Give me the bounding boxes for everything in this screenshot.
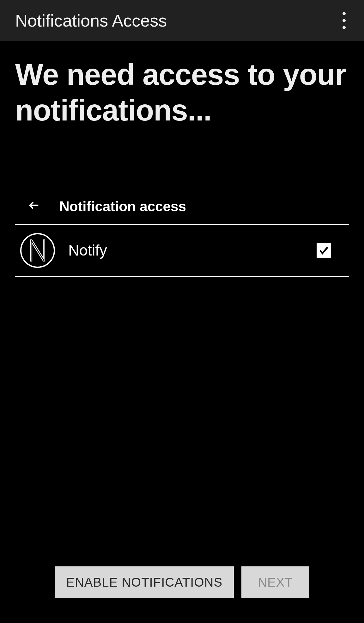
notify-checkbox [317,243,331,258]
back-arrow-icon [28,198,40,215]
checkmark-icon [318,245,330,256]
illustration-header: Notification access [15,198,349,225]
illustration-header-title: Notification access [59,199,186,214]
app-bar: Notifications Access [0,0,364,41]
next-button[interactable]: NEXT [241,566,309,598]
button-row: ENABLE NOTIFICATIONS NEXT [0,566,364,598]
app-list-row: Notify [15,225,349,277]
enable-notifications-button[interactable]: ENABLE NOTIFICATIONS [55,566,234,598]
app-name-label: Notify [68,242,317,259]
headline-text: We need access to your notifications... [15,57,349,128]
overflow-menu-icon[interactable] [339,9,349,32]
app-bar-title: Notifications Access [15,11,167,30]
settings-illustration: Notification access Notify [0,198,364,277]
content-area: We need access to your notifications... [0,41,364,128]
notify-app-icon [20,233,55,268]
